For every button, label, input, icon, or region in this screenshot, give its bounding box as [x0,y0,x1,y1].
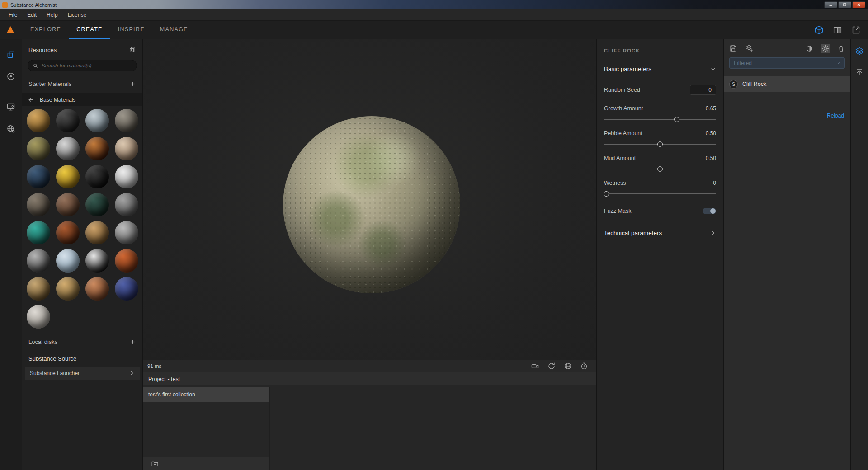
material-sphere-thumbnail [56,137,80,160]
video-camera-icon[interactable] [531,362,539,371]
material-item[interactable] [112,163,141,191]
substance-launcher-item[interactable]: Substance Launcher [25,367,140,380]
material-item[interactable] [24,303,53,331]
add-folder-icon[interactable] [151,460,159,468]
material-item[interactable] [112,107,141,135]
material-item[interactable] [82,107,112,135]
menu-item[interactable]: License [63,9,91,20]
close-button[interactable] [852,1,865,8]
material-sphere-thumbnail [56,221,80,244]
layers-stack-icon[interactable] [855,47,864,56]
layer-item[interactable]: S Cliff Rock [724,76,850,92]
3d-viewport[interactable] [143,39,596,360]
reload-link[interactable]: Reload [827,113,844,119]
slider-thumb[interactable] [604,191,609,197]
material-item[interactable] [82,163,112,191]
slider-track[interactable] [604,169,716,169]
material-item[interactable] [112,275,141,303]
menu-item[interactable]: File [4,9,22,20]
export-view-icon[interactable] [851,25,861,35]
material-sphere-thumbnail [115,193,138,216]
contrast-icon[interactable] [806,45,813,52]
library-icon[interactable] [6,50,15,59]
technical-parameters-header[interactable]: Technical parameters [604,230,716,236]
material-item[interactable] [53,247,82,275]
material-item[interactable] [112,219,141,247]
material-item[interactable] [24,135,53,163]
gear-icon[interactable] [821,44,830,53]
material-item[interactable] [112,191,141,219]
globe-settings-icon[interactable] [6,124,15,133]
nav-tab[interactable]: EXPLORE [23,21,69,39]
display-settings-icon[interactable] [6,103,15,112]
collection-item[interactable]: test's first collection [143,387,269,402]
slider-track[interactable] [604,144,716,145]
add-starter-material-icon[interactable] [129,80,136,87]
materials-grid [22,106,142,331]
material-name-title: CLIFF ROCK [604,48,716,53]
material-item[interactable] [24,191,53,219]
timer-icon[interactable] [580,362,588,370]
basic-parameters-header[interactable]: Basic parameters [604,66,716,72]
material-item[interactable] [82,219,112,247]
material-sphere-thumbnail [27,137,50,160]
search-input[interactable] [42,63,132,68]
material-item[interactable] [82,275,112,303]
add-local-disk-icon[interactable] [129,338,136,345]
material-item[interactable] [53,219,82,247]
chevron-down-icon [710,66,716,72]
layers-panel: Filtered S Cliff Rock Reload [723,39,850,470]
left-sidebar [0,39,22,470]
slider-track[interactable] [604,193,716,194]
compass-icon[interactable] [6,72,15,81]
random-seed-input[interactable] [690,85,716,95]
fuzz-mask-toggle[interactable] [703,208,716,214]
nav-tab-label: MANAGE [160,26,188,33]
maximize-button[interactable] [838,1,851,8]
save-layers-icon[interactable] [745,44,753,53]
material-item[interactable] [53,135,82,163]
slider-thumb[interactable] [657,141,663,147]
chevron-down-icon [835,61,840,66]
split-view-icon[interactable] [833,25,842,35]
material-item[interactable] [82,191,112,219]
menu-item[interactable]: Help [42,9,63,20]
layer-filter-dropdown[interactable]: Filtered [729,57,845,69]
parameter-slider-group: Pebble Amount 0.50 [604,130,716,145]
slider-thumb[interactable] [674,117,679,122]
search-box [28,60,137,71]
slider-track[interactable] [604,119,716,120]
material-item[interactable] [82,135,112,163]
material-sphere-thumbnail [85,137,109,160]
material-item[interactable] [24,107,53,135]
material-item[interactable] [82,247,112,275]
nav-tab[interactable]: MANAGE [152,21,196,39]
menu-item[interactable]: Edit [22,9,42,20]
material-item[interactable] [112,247,141,275]
slider-thumb[interactable] [657,166,663,172]
refresh-icon[interactable] [547,362,556,370]
nav-tab[interactable]: INSPIRE [110,21,152,39]
substance-badge-icon: S [729,80,738,89]
material-item[interactable] [53,163,82,191]
material-item[interactable] [24,247,53,275]
environment-globe-icon[interactable] [564,362,572,370]
layers-toolbar [724,39,850,57]
export-up-icon[interactable] [855,68,863,76]
material-item[interactable] [53,275,82,303]
material-item[interactable] [53,191,82,219]
material-item[interactable] [53,107,82,135]
material-item[interactable] [24,219,53,247]
duplicate-panel-icon[interactable] [129,46,136,53]
trash-icon[interactable] [837,45,845,52]
nav-tab[interactable]: CREATE [69,21,110,39]
base-materials-breadcrumb[interactable]: Base Materials [22,93,142,106]
material-item[interactable] [112,135,141,163]
material-item[interactable] [24,163,53,191]
basic-parameters-label: Basic parameters [604,66,651,72]
material-item[interactable] [24,275,53,303]
minimize-button[interactable] [824,1,837,8]
3d-view-icon[interactable] [814,25,824,35]
back-arrow-icon[interactable] [28,96,34,103]
save-icon[interactable] [729,44,737,52]
